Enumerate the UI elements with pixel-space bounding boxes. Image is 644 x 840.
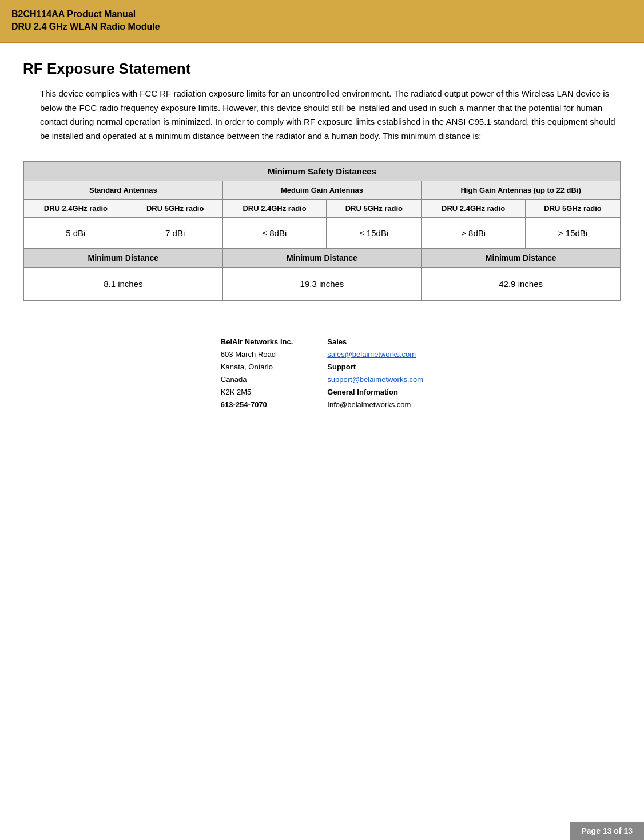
sales-email[interactable]: sales@belaimetworks.com	[327, 348, 423, 361]
safety-distances-table: Minimum Safety Distances Standard Antenn…	[23, 161, 621, 301]
company-name: BelAir Networks Inc.	[221, 336, 293, 348]
col-group-medium: Meduim Gain Antennas	[222, 181, 422, 199]
section-title: RF Exposure Statement	[23, 60, 621, 78]
col-header-2: DRU 2.4GHz radio	[222, 199, 327, 217]
contact-right: Sales sales@belaimetworks.com Support su…	[327, 336, 423, 412]
col-header-5: DRU 5GHz radio	[526, 199, 621, 217]
min-dist-label-0: Minimum Distance	[24, 248, 223, 267]
body-text: This device complies with FCC RF radiati…	[40, 87, 621, 144]
general-email: Info@belaimetworks.com	[327, 399, 423, 411]
page-header: B2CH114AA Product Manual DRU 2.4 GHz WLA…	[0, 0, 644, 43]
sales-label: Sales	[327, 336, 423, 348]
value-5: > 15dBi	[526, 217, 621, 248]
value-0: 5 dBi	[24, 217, 128, 248]
value-3: ≤ 15dBi	[327, 217, 422, 248]
distance-1: 19.3 inches	[222, 267, 422, 300]
header-title: B2CH114AA Product Manual DRU 2.4 GHz WLA…	[11, 8, 633, 34]
support-email[interactable]: support@belaimetworks.com	[327, 373, 423, 386]
value-2: ≤ 8dBi	[222, 217, 327, 248]
col-header-0: DRU 2.4GHz radio	[24, 199, 128, 217]
phone-number: 613-254-7070	[221, 399, 293, 411]
page-footer: Page 13 of 13	[570, 822, 645, 840]
contact-left: BelAir Networks Inc. 603 March Road Kana…	[221, 336, 293, 412]
value-1: 7 dBi	[128, 217, 222, 248]
col-header-4: DRU 2.4GHz radio	[422, 199, 526, 217]
min-dist-label-2: Minimum Distance	[422, 248, 621, 267]
value-4: > 8dBi	[422, 217, 526, 248]
col-group-high: High Gain Antennas (up to 22 dBi)	[422, 181, 621, 199]
distance-2: 42.9 inches	[422, 267, 621, 300]
col-header-1: DRU 5GHz radio	[128, 199, 222, 217]
distance-0: 8.1 inches	[24, 267, 223, 300]
address-line3: Canada	[221, 373, 293, 386]
postal-code: K2K 2M5	[221, 386, 293, 399]
col-header-3: DRU 5GHz radio	[327, 199, 422, 217]
min-dist-label-1: Minimum Distance	[222, 248, 422, 267]
col-group-standard: Standard Antennas	[24, 181, 223, 199]
support-label: Support	[327, 361, 423, 373]
table-main-header: Minimum Safety Distances	[24, 161, 621, 181]
address-line1: 603 March Road	[221, 348, 293, 361]
address-line2: Kanata, Ontario	[221, 361, 293, 373]
contact-section: BelAir Networks Inc. 603 March Road Kana…	[23, 336, 621, 412]
page-number: Page 13 of 13	[582, 826, 633, 835]
main-content: RF Exposure Statement This device compli…	[0, 43, 644, 429]
general-label: General Information	[327, 386, 423, 399]
